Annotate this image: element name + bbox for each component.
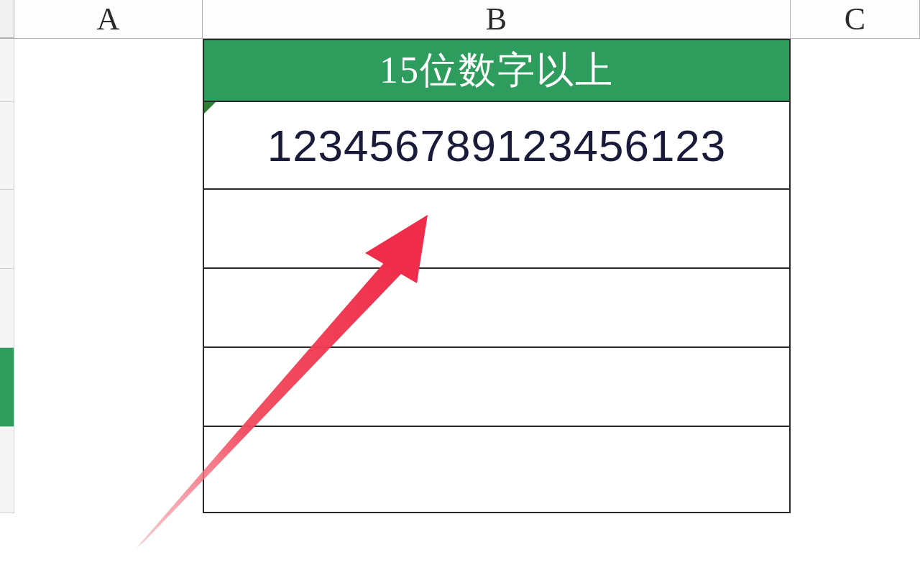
row-header-2[interactable] bbox=[0, 102, 14, 190]
column-headers-row: A B C bbox=[0, 0, 920, 39]
column-header-c[interactable]: C bbox=[791, 0, 920, 38]
column-header-b[interactable]: B bbox=[203, 0, 791, 38]
cell-b5[interactable] bbox=[203, 348, 791, 427]
cell-b4[interactable] bbox=[203, 269, 791, 348]
column-header-a[interactable]: A bbox=[14, 0, 203, 38]
cell-b3[interactable] bbox=[203, 190, 791, 269]
row-header-6[interactable] bbox=[0, 427, 14, 513]
row-headers bbox=[0, 39, 14, 513]
cell-b1-header[interactable]: 15位数字以上 bbox=[203, 39, 791, 102]
data-cell-value: 123456789123456123 bbox=[267, 120, 727, 171]
row-header-3[interactable] bbox=[0, 190, 14, 269]
text-format-indicator-icon bbox=[204, 102, 216, 114]
cell-b6[interactable] bbox=[203, 427, 791, 513]
header-cell-text: 15位数字以上 bbox=[380, 45, 614, 96]
row-header-5[interactable] bbox=[0, 348, 14, 427]
select-all-corner[interactable] bbox=[0, 0, 14, 38]
grid-body: 15位数字以上 123456789123456123 bbox=[0, 39, 920, 513]
row-header-1[interactable] bbox=[0, 39, 14, 102]
cells-area: 15位数字以上 123456789123456123 bbox=[14, 39, 920, 513]
row-header-4[interactable] bbox=[0, 269, 14, 348]
cell-b2-data[interactable]: 123456789123456123 bbox=[203, 102, 791, 190]
